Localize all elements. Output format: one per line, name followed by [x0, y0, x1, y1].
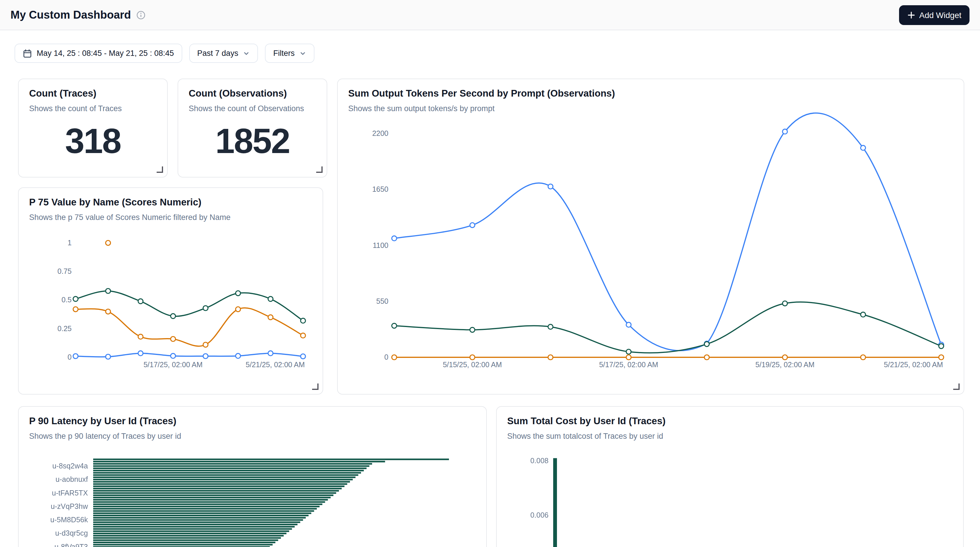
svg-text:u-8sq2w4a: u-8sq2w4a: [52, 462, 88, 470]
svg-text:0.25: 0.25: [57, 324, 72, 333]
svg-text:1100: 1100: [373, 241, 388, 249]
widget-subtitle: Shows the count of Traces: [29, 104, 157, 113]
widget-title: Sum Total Cost by User Id (Traces): [507, 415, 953, 427]
filters-button[interactable]: Filters: [265, 44, 315, 63]
filter-toolbar: May 14, 25 : 08:45 - May 21, 25 : 08:45 …: [14, 44, 315, 63]
date-preset-select[interactable]: Past 7 days: [189, 44, 258, 63]
count-observations-value: 1852: [178, 113, 327, 177]
svg-text:5/17/25, 02:00 AM: 5/17/25, 02:00 AM: [599, 360, 658, 369]
svg-text:0.006: 0.006: [530, 511, 549, 519]
svg-text:5/19/25, 02:00 AM: 5/19/25, 02:00 AM: [756, 360, 815, 369]
widget-tokens-per-second: Sum Output Tokens Per Second by Prompt (…: [337, 79, 964, 395]
svg-text:0: 0: [384, 353, 388, 361]
svg-text:0.008: 0.008: [530, 457, 549, 465]
svg-text:u-aobnuxf: u-aobnuxf: [56, 475, 88, 483]
svg-text:u-8fVa9T3: u-8fVa9T3: [54, 543, 88, 547]
svg-text:u-tFAR5TX: u-tFAR5TX: [52, 489, 88, 497]
widget-p75-scores: P 75 Value by Name (Scores Numeric) Show…: [18, 187, 323, 395]
calendar-icon: [23, 49, 32, 58]
svg-text:2200: 2200: [372, 129, 388, 137]
svg-text:u-zVqP3hw: u-zVqP3hw: [51, 502, 88, 511]
date-range-value: May 14, 25 : 08:45 - May 21, 25 : 08:45: [37, 49, 174, 58]
plus-icon: [907, 11, 915, 19]
date-preset-value: Past 7 days: [197, 49, 238, 58]
widget-title: Count (Observations): [189, 88, 316, 99]
resize-handle[interactable]: [312, 384, 318, 390]
svg-text:5/21/25, 02:00 AM: 5/21/25, 02:00 AM: [884, 360, 943, 369]
add-widget-label: Add Widget: [919, 10, 961, 19]
svg-text:0.75: 0.75: [57, 267, 72, 275]
dashboard-page: My Custom Dashboard Add Widget: [0, 0, 980, 547]
svg-text:5/21/25, 02:00 AM: 5/21/25, 02:00 AM: [246, 360, 305, 369]
widget-subtitle: Shows the p 90 latency of Traces by user…: [29, 432, 476, 441]
svg-text:5/15/25, 02:00 AM: 5/15/25, 02:00 AM: [443, 360, 502, 369]
page-header: My Custom Dashboard Add Widget: [0, 0, 980, 30]
widget-count-observations: Count (Observations) Shows the count of …: [178, 79, 327, 178]
info-icon[interactable]: [136, 10, 146, 19]
widget-title: P 90 Latency by User Id (Traces): [29, 415, 476, 427]
count-traces-value: 318: [19, 113, 167, 177]
resize-handle[interactable]: [953, 384, 959, 390]
filters-label: Filters: [273, 49, 294, 58]
resize-handle[interactable]: [157, 166, 163, 173]
chevron-down-icon: [243, 50, 250, 57]
svg-text:0.5: 0.5: [61, 296, 72, 304]
tokens-line-chart: 05501100165022005/15/25, 02:00 AM5/17/25…: [338, 79, 965, 395]
widget-count-traces: Count (Traces) Shows the count of Traces…: [18, 79, 168, 178]
widget-title: Sum Output Tokens Per Second by Prompt (…: [348, 88, 953, 99]
widget-subtitle: Shows the sum output tokens/s by prompt: [348, 104, 953, 113]
date-range-picker[interactable]: May 14, 25 : 08:45 - May 21, 25 : 08:45: [14, 44, 182, 63]
svg-text:0: 0: [68, 353, 72, 361]
svg-text:u-5M8D56k: u-5M8D56k: [50, 515, 88, 524]
add-widget-button[interactable]: Add Widget: [899, 5, 969, 25]
page-title: My Custom Dashboard: [11, 8, 131, 21]
svg-text:1650: 1650: [372, 185, 388, 193]
widget-title: P 75 Value by Name (Scores Numeric): [29, 197, 312, 208]
widget-subtitle: Shows the p 75 value of Scores Numeric f…: [29, 213, 312, 222]
svg-text:u-d3qr5cg: u-d3qr5cg: [55, 529, 88, 537]
widget-title: Count (Traces): [29, 88, 157, 99]
svg-text:5/17/25, 02:00 AM: 5/17/25, 02:00 AM: [143, 360, 203, 369]
widget-total-cost: Sum Total Cost by User Id (Traces) Shows…: [496, 406, 964, 547]
resize-handle[interactable]: [316, 166, 323, 173]
widget-subtitle: Shows the count of Observations: [189, 104, 316, 113]
widget-subtitle: Shows the sum totalcost of Traces by use…: [507, 432, 953, 441]
chevron-down-icon: [299, 50, 306, 57]
svg-text:1: 1: [68, 239, 72, 247]
svg-text:550: 550: [376, 297, 388, 305]
widget-p90-latency: P 90 Latency by User Id (Traces) Shows t…: [18, 406, 487, 547]
